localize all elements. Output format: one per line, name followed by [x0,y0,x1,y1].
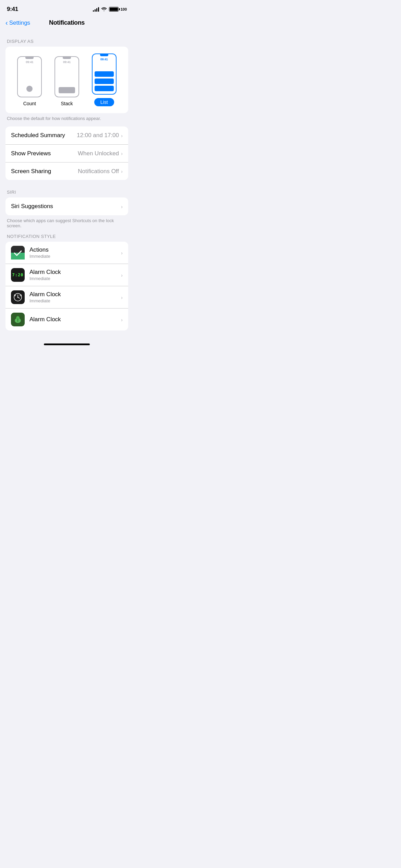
display-option-stack[interactable]: 09:41 Stack [54,56,79,106]
list-rect-1 [95,71,114,77]
nav-header: ‹ Settings Notifications [0,16,134,32]
screen-sharing-right: Notifications Off › [78,168,123,175]
screen-sharing-label: Screen Sharing [11,168,51,175]
list-phone-mockup: 09:41 [92,53,117,95]
app-row-actions[interactable]: Actions Immediate › [5,242,128,264]
list-label-selected: List [94,98,114,106]
svg-rect-12 [17,318,18,322]
stack-notch [63,57,71,59]
actions-chevron: › [121,250,123,256]
alarmclock1-name: Alarm Clock [29,269,121,276]
scheduled-summary-chevron: › [121,133,123,138]
show-previews-right: When Unlocked › [78,150,123,157]
status-icons: 100 [93,7,127,12]
siri-suggestions-right: › [121,204,123,209]
show-previews-row[interactable]: Show Previews When Unlocked › [5,144,128,162]
stack-label: Stack [61,101,73,106]
status-time: 9:41 [7,6,18,13]
scheduled-summary-value: 12:00 and 17:00 [77,132,119,139]
svg-line-7 [18,297,20,298]
app-row-alarmclock1[interactable]: 7:20 Alarm Clock Immediate › [5,264,128,286]
actions-sub: Immediate [29,254,121,259]
count-phone-time: 09:41 [26,60,33,64]
display-option-count[interactable]: 09:41 Count [17,56,42,106]
app-row-alarmclock3[interactable]: Alarm Clock › [5,308,128,330]
screen-sharing-row[interactable]: Screen Sharing Notifications Off › [5,162,128,180]
stack-phone-time: 09:41 [63,60,71,64]
alarmclock2-icon [11,290,25,304]
content: DISPLAY AS 09:41 Count 09:41 Stack 09: [0,39,134,341]
scheduled-summary-right: 12:00 and 17:00 › [77,132,123,139]
actions-name: Actions [29,246,121,253]
alarmclock2-name: Alarm Clock [29,291,121,298]
alarmclock2-chevron: › [121,294,123,300]
battery-icon: 100 [109,7,127,12]
screen-sharing-value: Notifications Off [78,168,119,175]
display-as-card: 09:41 Count 09:41 Stack 09:41 [5,47,128,113]
siri-section-label: SIRI [0,190,134,195]
display-as-label: DISPLAY AS [0,39,134,44]
siri-suggestions-label: Siri Suggestions [11,203,53,210]
svg-rect-3 [11,256,25,260]
svg-point-8 [14,295,16,296]
back-chevron-icon: ‹ [5,19,8,26]
actions-info: Actions Immediate [29,246,121,259]
notification-style-label: NOTIFICATION STYLE [0,234,134,239]
signal-icon [93,7,99,12]
show-previews-chevron: › [121,150,123,156]
alarmclock1-sub: Immediate [29,276,121,281]
count-label: Count [23,101,36,106]
siri-suggestions-row[interactable]: Siri Suggestions › [5,197,128,215]
show-previews-label: Show Previews [11,150,51,157]
screen-sharing-chevron: › [121,168,123,174]
status-bar: 9:41 100 [0,0,134,16]
alarmclock1-icon: 7:20 [11,268,25,282]
alarmclock3-info: Alarm Clock [29,316,121,323]
home-bar [44,343,90,345]
alarmclock1-chevron: › [121,272,123,278]
count-badge [26,86,33,92]
back-button[interactable]: ‹ Settings [5,20,30,26]
notification-style-card: Actions Immediate › 7:20 Alarm Clock Imm… [5,242,128,330]
list-rect-3 [95,86,114,91]
siri-card: Siri Suggestions › [5,197,128,215]
stack-phone-mockup: 09:41 [54,56,79,97]
settings-card: Scheduled Summary 12:00 and 17:00 › Show… [5,126,128,180]
show-previews-value: When Unlocked [78,150,119,157]
scheduled-summary-row[interactable]: Scheduled Summary 12:00 and 17:00 › [5,126,128,144]
count-notch [25,57,34,59]
list-phone-time: 09:41 [100,58,108,61]
list-rects [95,71,114,91]
actions-app-icon [11,246,25,260]
list-rect-2 [95,79,114,84]
siri-suggestions-chevron: › [121,204,123,209]
alarmclock3-chevron: › [121,317,123,323]
display-option-list[interactable]: 09:41 List [92,53,117,106]
stack-rect [59,87,75,93]
alarmclock1-info: Alarm Clock Immediate [29,269,121,281]
alarmclock2-info: Alarm Clock Immediate [29,291,121,303]
alarmclock3-name: Alarm Clock [29,316,121,323]
home-indicator [0,341,134,347]
alarmclock3-icon [11,313,25,326]
back-label: Settings [9,20,30,26]
page-title: Notifications [49,19,85,26]
wifi-icon [101,7,107,12]
count-phone-mockup: 09:41 [17,56,42,97]
siri-caption: Choose which apps can suggest Shortcuts … [0,215,134,228]
svg-point-9 [20,295,22,296]
app-row-alarmclock2[interactable]: Alarm Clock Immediate › [5,286,128,308]
list-notch [100,54,108,56]
alarmclock2-sub: Immediate [29,298,121,303]
display-as-caption: Choose the default for how notifications… [0,113,134,121]
scheduled-summary-label: Scheduled Summary [11,132,65,139]
